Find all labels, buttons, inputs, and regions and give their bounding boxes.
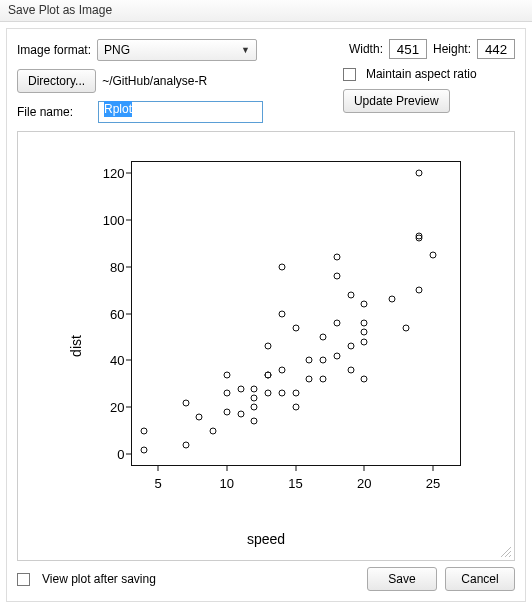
save-button[interactable]: Save [367,567,437,591]
data-point [141,427,148,434]
height-label: Height: [433,42,471,56]
filename-label: File name: [17,105,92,119]
data-point [361,338,368,345]
data-point [361,319,368,326]
width-label: Width: [349,42,383,56]
data-point [416,233,423,240]
height-input[interactable] [477,39,515,59]
data-point [292,324,299,331]
data-point [223,390,230,397]
data-point [223,409,230,416]
window-titlebar: Save Plot as Image [0,0,532,22]
data-point [320,357,327,364]
image-format-label: Image format: [17,43,91,57]
data-point [251,404,258,411]
directory-path: ~/GitHub/analyse-R [102,74,207,88]
maintain-aspect-checkbox[interactable] [343,68,356,81]
resize-grip-icon[interactable] [498,544,512,558]
top-form: Image format: PNG ▼ Directory... ~/GitHu… [7,35,525,127]
data-point [182,399,189,406]
dialog-body: Image format: PNG ▼ Directory... ~/GitHu… [6,28,526,602]
x-tick-label: 15 [288,476,302,491]
directory-button[interactable]: Directory... [17,69,96,93]
data-point [430,251,437,258]
maintain-aspect-label: Maintain aspect ratio [366,67,477,81]
data-point [210,427,217,434]
data-point [416,287,423,294]
y-tick-label: 0 [97,447,125,462]
data-point [278,390,285,397]
data-point [265,343,272,350]
scatter-plot: dist speed 020406080100120510152025 [41,141,492,551]
data-point [306,357,313,364]
data-point [251,394,258,401]
data-point [223,371,230,378]
data-point [361,376,368,383]
x-tick-label: 5 [154,476,161,491]
window-title: Save Plot as Image [8,3,112,17]
y-tick-label: 20 [97,400,125,415]
data-point [196,413,203,420]
data-point [306,376,313,383]
data-point [347,366,354,373]
update-preview-button[interactable]: Update Preview [343,89,450,113]
view-after-label: View plot after saving [42,572,156,586]
image-format-select[interactable]: PNG ▼ [97,39,257,61]
filename-value: Rplot [104,101,132,117]
cancel-button[interactable]: Cancel [445,567,515,591]
data-point [333,352,340,359]
x-axis-title: speed [247,531,285,547]
y-tick-label: 40 [97,353,125,368]
width-input[interactable] [389,39,427,59]
data-point [237,385,244,392]
y-axis-title: dist [67,335,83,357]
data-point [237,411,244,418]
data-point [402,324,409,331]
data-point [292,390,299,397]
data-point [333,254,340,261]
data-point [278,263,285,270]
bottom-bar: View plot after saving Save Cancel [7,557,525,601]
x-tick-label: 25 [426,476,440,491]
y-tick-label: 80 [97,259,125,274]
data-point [320,376,327,383]
data-point [182,441,189,448]
data-point [265,371,272,378]
data-point [388,296,395,303]
data-point [141,446,148,453]
y-tick-label: 120 [97,165,125,180]
x-tick-label: 20 [357,476,371,491]
data-point [333,319,340,326]
data-point [333,272,340,279]
image-format-value: PNG [104,43,130,57]
data-point [416,169,423,176]
data-point [361,301,368,308]
data-point [278,366,285,373]
view-after-checkbox[interactable] [17,573,30,586]
x-tick-label: 10 [220,476,234,491]
data-point [347,343,354,350]
data-point [265,390,272,397]
plot-preview: dist speed 020406080100120510152025 [17,131,515,561]
data-point [292,404,299,411]
data-point [361,329,368,336]
data-point [320,333,327,340]
data-point [347,291,354,298]
y-tick-label: 60 [97,306,125,321]
filename-input[interactable]: Rplot [98,101,263,123]
data-point [251,418,258,425]
data-point [278,310,285,317]
y-tick-label: 100 [97,212,125,227]
chevron-down-icon: ▼ [241,45,250,55]
data-point [251,385,258,392]
